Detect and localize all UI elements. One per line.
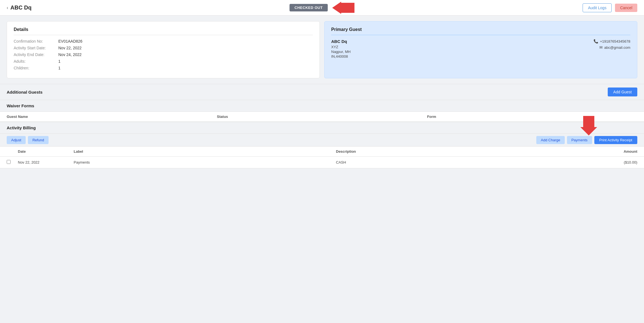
back-button[interactable]: ‹ — [7, 5, 8, 10]
billing-right-buttons: Add Charge Payments Print Activity Recei… — [536, 136, 637, 144]
details-fields: Confirmation No: EV01AAD826 Activity Sta… — [14, 39, 313, 70]
row-amount: ($10.00) — [598, 160, 637, 164]
start-date-value: Nov 22, 2022 — [58, 46, 81, 50]
add-guest-button[interactable]: Add Guest — [608, 88, 637, 96]
adjust-button[interactable]: Adjust — [7, 136, 26, 144]
detail-row: Activity End Date: Nov 24, 2022 — [14, 52, 313, 57]
billing-table-row: Nov 22, 2022 Payments CASH ($10.00) — [0, 157, 644, 168]
status-badge: CHECKED OUT — [290, 4, 328, 11]
billing-col-label: Label — [74, 149, 336, 154]
detail-row: Confirmation No: EV01AAD826 — [14, 39, 313, 43]
guest-info-row: ABC Dq XYZ Nagpur, MH IN,440008 📞 +19187… — [331, 39, 630, 59]
arrow-indicator — [332, 2, 354, 14]
guest-email-value: abc@gmail.com — [604, 45, 630, 50]
top-cards-row: Details Confirmation No: EV01AAD826 Acti… — [7, 21, 637, 78]
start-date-label: Activity Start Date: — [14, 46, 58, 50]
guest-info-left: ABC Dq XYZ Nagpur, MH IN,440008 — [331, 39, 350, 59]
billing-col-check — [7, 149, 18, 154]
detail-row: Children: 1 — [14, 66, 313, 70]
children-label: Children: — [14, 66, 58, 70]
guest-city: Nagpur, MH — [331, 50, 350, 54]
adults-value: 1 — [58, 59, 61, 64]
billing-col-amount: Amount — [598, 149, 637, 154]
end-date-value: Nov 24, 2022 — [58, 52, 81, 57]
phone-icon: 📞 — [593, 39, 598, 43]
adults-label: Adults: — [14, 59, 58, 64]
details-title: Details — [14, 27, 313, 35]
print-receipt-button[interactable]: Print Activity Receipt — [594, 136, 638, 144]
waiver-col-status: Status — [217, 115, 427, 119]
guest-info-right: 📞 +19187654345678 ✉ abc@gmail.com — [593, 39, 630, 59]
row-date: Nov 22, 2022 — [18, 160, 74, 164]
activity-billing-title: Activity Billing — [7, 125, 36, 130]
detail-row: Adults: 1 — [14, 59, 313, 64]
billing-col-date: Date — [18, 149, 74, 154]
add-charge-button[interactable]: Add Charge — [536, 136, 564, 144]
guest-email: ✉ abc@gmail.com — [599, 45, 630, 50]
billing-buttons-row: Adjust Refund Add Charge Payments Print … — [0, 133, 644, 146]
row-label: Payments — [74, 160, 336, 164]
row-description: CASH — [336, 160, 598, 164]
additional-guests-section: Additional Guests Add Guest — [0, 84, 644, 100]
payments-button[interactable]: Payments — [567, 136, 592, 144]
waiver-col-guest-name: Guest Name — [7, 115, 217, 119]
billing-col-description: Description — [336, 149, 598, 154]
waiver-col-form: Form — [427, 115, 637, 119]
end-date-label: Activity End Date: — [14, 52, 58, 57]
guest-name: ABC Dq — [331, 39, 350, 44]
guest-country: IN,440008 — [331, 54, 350, 59]
details-card: Details Confirmation No: EV01AAD826 Acti… — [7, 21, 320, 78]
email-icon: ✉ — [599, 45, 603, 50]
primary-guest-card: Primary Guest ABC Dq XYZ Nagpur, MH IN,4… — [324, 21, 637, 78]
header-right: Audit Logs Cancel — [583, 3, 637, 12]
refund-button[interactable]: Refund — [28, 136, 49, 144]
guest-phone: 📞 +19187654345678 — [593, 39, 630, 43]
svg-marker-0 — [332, 2, 354, 14]
waiver-table-header: Guest Name Status Form — [0, 111, 644, 122]
billing-table-header: Date Label Description Amount — [0, 146, 644, 157]
activity-billing-section-header: Activity Billing — [0, 122, 644, 133]
waiver-forms-section: Waiver Forms — [0, 100, 644, 111]
confirmation-value: EV01AAD826 — [58, 39, 82, 43]
audit-logs-button[interactable]: Audit Logs — [583, 3, 612, 12]
detail-row: Activity Start Date: Nov 22, 2022 — [14, 46, 313, 50]
header-left: ‹ ABC Dq — [7, 4, 32, 11]
guest-company: XYZ — [331, 45, 350, 49]
page-header: ‹ ABC Dq CHECKED OUT Audit Logs Cancel — [0, 0, 644, 16]
billing-left-buttons: Adjust Refund — [7, 136, 49, 144]
row-checkbox-cell[interactable] — [7, 160, 18, 165]
cancel-button[interactable]: Cancel — [615, 4, 637, 12]
additional-guests-title: Additional Guests — [7, 90, 42, 94]
row-checkbox[interactable] — [7, 160, 11, 164]
children-value: 1 — [58, 66, 61, 70]
guest-phone-value: +19187654345678 — [600, 39, 630, 43]
confirmation-label: Confirmation No: — [14, 39, 58, 43]
page-title: ABC Dq — [10, 4, 32, 11]
header-center: CHECKED OUT — [290, 2, 355, 14]
waiver-forms-title: Waiver Forms — [7, 103, 34, 108]
primary-guest-title: Primary Guest — [331, 27, 630, 35]
main-content: Details Confirmation No: EV01AAD826 Acti… — [0, 16, 644, 174]
